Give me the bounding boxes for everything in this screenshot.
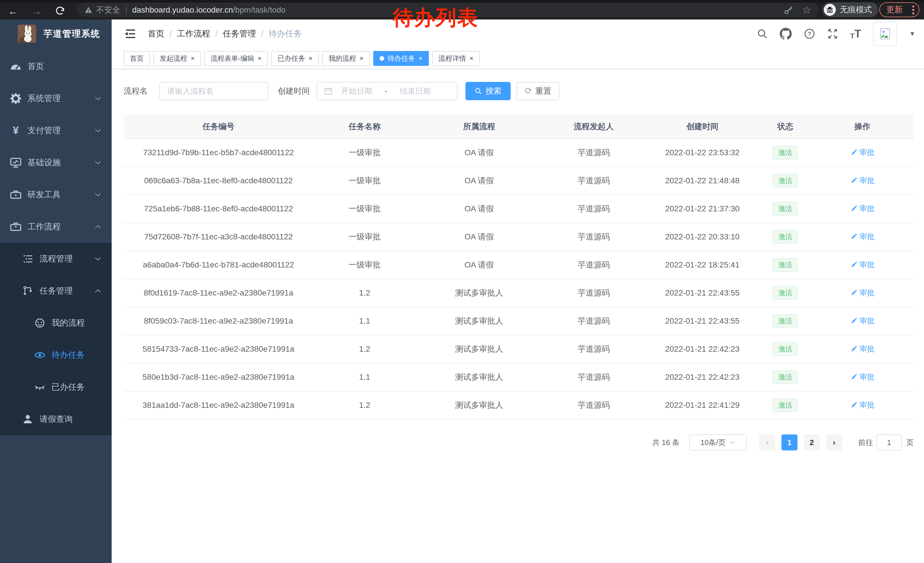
cell-process: 测试多审批人 [416,307,542,335]
date-range-picker[interactable]: 开始日期 - 结束日期 [316,82,458,100]
breadcrumb-workflow[interactable]: 工作流程 [177,28,210,39]
sidebar-item-label: 任务管理 [39,285,73,297]
sidebar-item-task-management[interactable]: 任务管理 [0,275,112,307]
approve-label: 审批 [860,400,874,410]
avatar-caret-icon[interactable]: ▼ [909,30,915,38]
close-icon[interactable]: × [418,55,423,62]
reset-button[interactable]: 重置 [516,82,560,100]
sidebar-item-home[interactable]: 首页 [0,50,112,83]
help-icon[interactable]: ? [804,28,815,39]
browser-update-button[interactable]: 更新 [879,2,920,17]
github-icon[interactable] [780,28,792,40]
cell-task-name: 1.2 [313,279,416,307]
approve-link[interactable]: 审批 [850,176,874,186]
approve-label: 审批 [860,232,874,242]
reload-icon[interactable] [54,6,66,17]
sidebar-item-infrastructure[interactable]: 基础设施 [0,147,112,179]
sidebar-item-label: 请假查询 [39,413,73,425]
page-1-button[interactable]: 1 [782,434,798,450]
approve-label: 审批 [860,344,874,354]
font-size-icon[interactable]: TT [850,28,861,40]
approve-label: 审批 [860,176,874,186]
back-icon[interactable]: ← [8,6,19,17]
search-button[interactable]: 搜索 [465,82,511,100]
sidebar-item-workflow[interactable]: 工作流程 [0,211,112,243]
tab-start-process[interactable]: 发起流程× [153,51,201,66]
tab-process-detail[interactable]: 流程详情× [432,51,480,66]
cell-task-name: 一级审批 [313,251,416,279]
next-page-button[interactable]: › [826,434,842,450]
tab-label: 发起流程 [160,54,187,63]
approve-link[interactable]: 审批 [850,204,874,214]
active-dot [380,56,384,61]
tab-process-form-edit[interactable]: 流程表单-编辑× [204,51,268,66]
app-logo[interactable]: 芋道管理系统 [0,20,112,48]
list-tree-icon [21,252,34,266]
approve-link[interactable]: 审批 [850,400,874,410]
tab-label: 我的流程 [328,54,356,63]
close-icon[interactable]: × [309,55,313,62]
close-icon[interactable]: × [258,55,262,62]
approve-link[interactable]: 审批 [850,232,874,242]
close-icon[interactable]: × [470,55,474,62]
monitor-icon [9,156,22,169]
sidebar-item-done-tasks[interactable]: 已办任务 [0,371,112,403]
breadcrumb-task-management[interactable]: 任务管理 [223,28,256,39]
cell-process: OA 请假 [416,139,542,167]
col-status: 状态 [760,114,811,139]
approve-link[interactable]: 审批 [850,147,874,158]
close-icon[interactable]: × [190,55,195,62]
sidebar-item-my-processes[interactable]: 我的流程 [0,307,112,339]
goto-page-input[interactable]: 1 [876,434,902,450]
search-icon[interactable] [757,29,768,39]
process-name-input[interactable]: 请输入流程名 [159,82,268,100]
pagination: 共 16 条 10条/页 ‹ 1 2 › 前往 1 页 [124,434,914,450]
cell-task-id: 381aa1dd-7ac8-11ec-a9e2-a2380e71991a [124,391,313,419]
sidebar-item-process-management[interactable]: 流程管理 [0,243,112,275]
toolbox-icon [9,188,22,201]
annotation-todo-list: 待办列表 [393,4,478,32]
page-size-select[interactable]: 10条/页 [689,434,747,450]
col-task-name: 任务名称 [313,114,416,139]
cell-task-name: 一级审批 [313,223,416,251]
approve-link[interactable]: 审批 [850,260,874,270]
tab-todo-tasks[interactable]: 待办任务× [373,51,429,66]
key-icon[interactable] [784,5,794,15]
tab-done-tasks[interactable]: 已办任务× [272,51,319,66]
sidebar-item-devtools[interactable]: 研发工具 [0,179,112,211]
tab-my-processes[interactable]: 我的流程× [322,51,370,66]
approve-link[interactable]: 审批 [850,316,874,326]
forward-icon[interactable]: → [31,6,42,17]
breadcrumb-home[interactable]: 首页 [148,28,164,39]
approve-link[interactable]: 审批 [850,288,874,298]
prev-page-button[interactable]: ‹ [759,434,775,450]
sidebar-item-leave-query[interactable]: 请假查询 [0,403,112,435]
yen-icon: ¥ [9,124,22,137]
browser-menu-icon[interactable] [912,6,914,14]
cell-task-name: 一级审批 [313,139,416,167]
page-2-button[interactable]: 2 [804,434,820,450]
bookmark-star-icon[interactable]: ☆ [802,4,811,16]
breadcrumb-separator: / [170,29,172,39]
table-row: 8f0d1619-7ac8-11ec-a9e2-a2380e71991a 1.2… [124,279,914,307]
table-row: 069c6a63-7b8a-11ec-8ef0-acde48001122 一级审… [124,167,914,195]
sidebar-item-system[interactable]: 系统管理 [0,83,112,114]
cell-task-id: 75d72608-7b7f-11ec-a3c8-acde48001122 [124,223,313,251]
sidebar-item-payment[interactable]: ¥ 支付管理 [0,114,112,147]
cell-process: OA 请假 [416,251,542,279]
update-label: 更新 [886,4,903,15]
tab-label: 待办任务 [388,54,415,63]
cell-task-id: a6aba0a4-7b6d-11ec-b781-acde48001122 [124,251,313,279]
approve-link[interactable]: 审批 [850,372,874,382]
close-icon[interactable]: × [360,55,363,62]
fullscreen-icon[interactable] [827,29,838,39]
sidebar-collapse-icon[interactable] [124,28,136,39]
sidebar-item-todo-tasks[interactable]: 待办任务 [0,339,112,371]
cell-process: 测试多审批人 [416,335,542,363]
avatar[interactable] [873,22,897,46]
sidebar-item-label: 研发工具 [27,189,61,200]
approve-link[interactable]: 审批 [850,344,874,354]
cell-task-name: 一级审批 [313,195,416,223]
tab-home[interactable]: 首页 [124,51,150,66]
chevron-down-icon [94,192,101,197]
